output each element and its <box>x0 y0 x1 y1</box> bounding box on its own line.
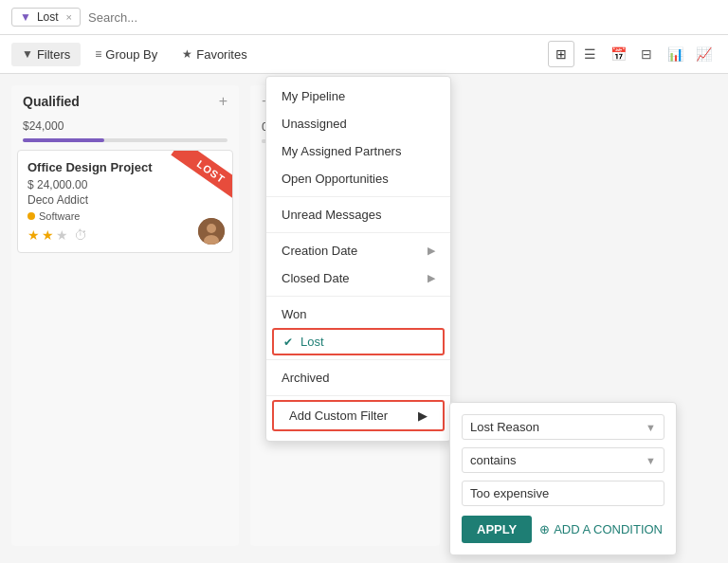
filter-won-label: Won <box>282 307 307 321</box>
add-custom-filter-label: Add Custom Filter <box>289 409 388 423</box>
divider-5 <box>266 395 450 396</box>
search-input[interactable] <box>88 10 717 25</box>
card-partner: Deco Addict <box>27 193 223 207</box>
filter-closed-date-label: Closed Date <box>282 271 350 285</box>
qualified-column-title: Qualified <box>23 94 80 109</box>
favorites-label: Favorites <box>196 47 246 62</box>
filters-button[interactable]: ▼ Filters <box>11 43 81 66</box>
lost-check-icon: ✔ <box>283 336 293 349</box>
filter-creation-date-label: Creation Date <box>282 244 357 258</box>
qualified-progress-bar <box>23 138 228 142</box>
star-icon: ★ <box>182 47 192 61</box>
filter-icon: ▼ <box>22 47 33 61</box>
view-switcher: ⊞ ☰ 📅 ⊟ 📊 📈 <box>548 41 717 67</box>
cf-value-row <box>462 481 664 506</box>
filter-my-pipeline-label: My Pipeline <box>282 89 345 103</box>
filter-my-assigned-partners-label: My Assigned Partners <box>282 144 401 158</box>
office-design-card[interactable]: Office Design Project $ 24,000.00 Deco A… <box>17 150 233 253</box>
qualified-progress-fill <box>23 138 104 142</box>
card-rating: ★ ★ ★ ⏱ <box>27 227 223 243</box>
group-by-icon: ≡ <box>95 47 101 61</box>
filter-lost[interactable]: ✔ Lost <box>272 328 445 355</box>
qualified-column-add-icon[interactable]: + <box>219 93 228 110</box>
star-1-icon[interactable]: ★ <box>27 227 40 243</box>
filter-closed-date[interactable]: Closed Date ▶ <box>266 264 450 292</box>
filter-creation-date[interactable]: Creation Date ▶ <box>266 237 450 264</box>
plus-icon: ⊕ <box>539 522 550 536</box>
svg-point-1 <box>207 224 216 233</box>
filter-open-opportunities-label: Open Opportunities <box>282 172 389 186</box>
card-avatar <box>198 218 225 245</box>
active-filter-tag[interactable]: ▼ Lost × <box>11 8 81 27</box>
cf-value-input[interactable] <box>462 481 664 506</box>
favorites-button[interactable]: ★ Favorites <box>172 43 257 66</box>
add-custom-filter-arrow-icon: ▶ <box>418 409 428 423</box>
add-custom-filter-item[interactable]: Add Custom Filter ▶ <box>272 400 445 431</box>
add-condition-button[interactable]: ⊕ ADD A CONDITION <box>539 522 663 536</box>
group-by-label: Group By <box>105 47 157 62</box>
cf-operator-arrow-icon: ▼ <box>646 455 656 466</box>
star-2-icon[interactable]: ★ <box>42 227 54 243</box>
filter-unassigned[interactable]: Unassigned <box>266 110 450 137</box>
cf-field-select[interactable]: Lost Reason ▼ <box>462 414 664 440</box>
card-tag-label: Software <box>39 210 80 222</box>
bar-chart-view-icon[interactable]: 📊 <box>662 41 688 67</box>
custom-filter-panel: Lost Reason ▼ contains ▼ APPLY ⊕ ADD A C… <box>449 402 677 555</box>
tag-dot-icon <box>27 212 35 220</box>
filter-won[interactable]: Won <box>266 300 450 328</box>
filter-unassigned-label: Unassigned <box>282 117 347 131</box>
filter-tag-label: Lost <box>37 10 59 24</box>
star-3-icon[interactable]: ★ <box>56 227 68 243</box>
filter-my-assigned-partners[interactable]: My Assigned Partners <box>266 137 450 165</box>
divider-2 <box>266 232 450 233</box>
creation-date-arrow-icon: ▶ <box>428 245 435 257</box>
avatar-image <box>198 218 225 245</box>
filter-open-opportunities[interactable]: Open Opportunities <box>266 165 450 192</box>
filters-menu: My Pipeline Unassigned My Assigned Partn… <box>265 76 451 442</box>
cf-field-row: Lost Reason ▼ <box>462 414 664 440</box>
group-by-button[interactable]: ≡ Group By <box>84 43 168 66</box>
filters-label: Filters <box>37 47 70 62</box>
card-amount: $ 24,000.00 <box>27 178 223 191</box>
card-tag: Software <box>27 210 80 222</box>
divider-3 <box>266 296 450 297</box>
top-search-bar: ▼ Lost × <box>0 0 728 35</box>
cf-field-arrow-icon: ▼ <box>646 422 656 433</box>
filter-funnel-icon: ▼ <box>20 10 31 24</box>
filter-unread-messages[interactable]: Unread Messages <box>266 201 450 228</box>
apply-button[interactable]: APPLY <box>462 516 532 543</box>
qualified-column: Qualified + $24,000 Office Design Projec… <box>11 85 239 546</box>
cf-operator-select[interactable]: contains ▼ <box>462 447 664 473</box>
add-condition-label: ADD A CONDITION <box>554 522 663 536</box>
closed-date-arrow-icon: ▶ <box>428 272 435 284</box>
secondary-toolbar: ▼ Filters ≡ Group By ★ Favorites ⊞ ☰ 📅 ⊟… <box>0 35 728 74</box>
divider-4 <box>266 359 450 360</box>
kanban-view-icon[interactable]: ⊞ <box>548 41 574 67</box>
cf-operator-label: contains <box>470 453 516 467</box>
calendar-view-icon[interactable]: 📅 <box>605 41 631 67</box>
filter-my-pipeline[interactable]: My Pipeline <box>266 82 450 110</box>
filter-unread-messages-label: Unread Messages <box>282 208 382 222</box>
schedule-icon: ⏱ <box>74 227 87 243</box>
filter-tag-close-icon[interactable]: × <box>66 11 72 23</box>
filter-lost-label: Lost <box>300 335 324 349</box>
divider-1 <box>266 196 450 197</box>
cf-field-label: Lost Reason <box>470 420 539 434</box>
filter-archived-label: Archived <box>282 371 330 385</box>
cf-action-buttons: APPLY ⊕ ADD A CONDITION <box>462 516 664 543</box>
qualified-column-header: Qualified + <box>11 85 239 118</box>
area-chart-view-icon[interactable]: 📈 <box>690 41 717 67</box>
qualified-column-amount: $24,000 <box>11 118 239 138</box>
pivot-view-icon[interactable]: ⊟ <box>633 41 660 67</box>
cf-operator-row: contains ▼ <box>462 447 664 473</box>
list-view-icon[interactable]: ☰ <box>576 41 603 67</box>
filters-dropdown: My Pipeline Unassigned My Assigned Partn… <box>265 76 451 442</box>
filter-archived[interactable]: Archived <box>266 364 450 391</box>
